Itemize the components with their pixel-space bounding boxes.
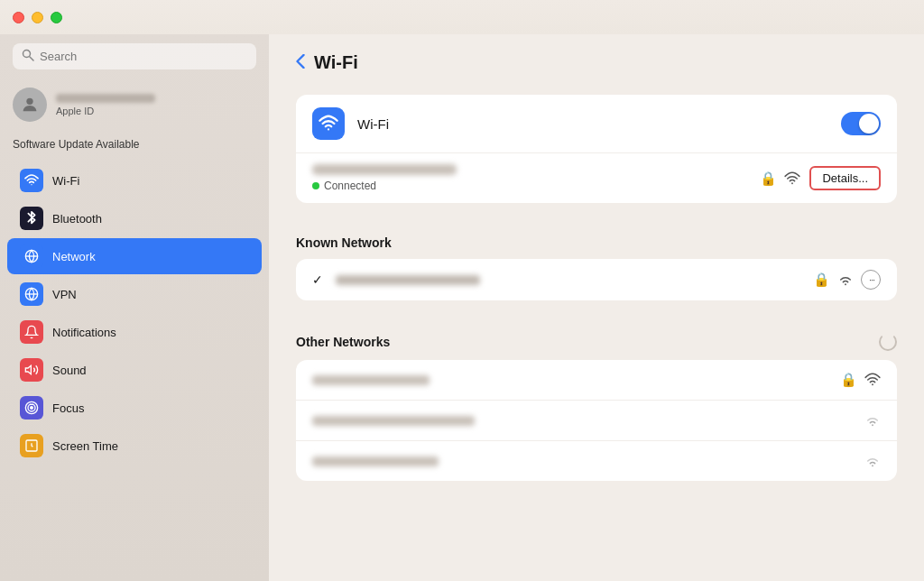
lock-icon: 🔒 — [760, 171, 777, 187]
close-button[interactable] — [13, 12, 24, 23]
other-network-row-2[interactable] — [296, 400, 897, 440]
traffic-lights — [13, 12, 62, 23]
page-header: Wi-Fi — [296, 52, 897, 73]
other-row-icons-2 — [864, 412, 881, 429]
sidebar-item-vpn[interactable]: VPN — [7, 276, 262, 312]
connected-row-icons: 🔒 — [760, 171, 800, 187]
other-networks-card: 🔒 — [296, 360, 897, 481]
screentime-icon — [20, 434, 43, 457]
svg-point-9 — [31, 407, 33, 410]
other-network-row-1[interactable]: 🔒 — [296, 360, 897, 400]
connected-network-name — [312, 164, 457, 175]
svg-marker-8 — [25, 365, 31, 374]
wifi-other-icon-2 — [864, 412, 881, 429]
wifi-other-icon-3 — [864, 453, 881, 469]
other-network-name-1 — [312, 375, 430, 385]
avatar — [13, 88, 47, 122]
notifications-icon — [20, 320, 43, 344]
svg-point-14 — [872, 383, 873, 385]
sidebar-notifications-label: Notifications — [52, 326, 116, 339]
wifi-main-label: Wi-Fi — [357, 116, 828, 132]
wifi-other-icon-1 — [864, 372, 881, 388]
connected-info: Connected — [312, 164, 751, 192]
svg-point-0 — [23, 51, 31, 58]
ellipsis-icon[interactable]: ··· — [861, 270, 881, 290]
sidebar-network-label: Network — [52, 250, 96, 263]
back-button[interactable] — [296, 54, 305, 71]
sidebar-sound-label: Sound — [52, 364, 87, 377]
sidebar-vpn-label: VPN — [52, 288, 77, 301]
svg-point-11 — [328, 128, 329, 130]
vpn-icon — [20, 282, 43, 306]
wifi-toggle[interactable] — [841, 112, 881, 135]
sidebar-item-screentime[interactable]: Screen Time — [7, 428, 262, 464]
known-row-icons: 🔒 ··· — [813, 270, 881, 290]
focus-icon — [20, 396, 43, 420]
known-network-card: ✓ 🔒 ··· — [296, 259, 897, 300]
bluetooth-icon — [20, 207, 43, 230]
other-network-name-3 — [312, 456, 439, 466]
sidebar-screentime-label: Screen Time — [52, 439, 118, 453]
wifi-large-icon — [312, 107, 345, 140]
sidebar: Apple ID Software Update Available Wi-Fi — [0, 34, 269, 581]
minimize-button[interactable] — [32, 12, 43, 23]
other-networks-header-row: Other Networks — [296, 318, 897, 360]
network-icon — [20, 244, 43, 268]
connected-status: Connected — [312, 180, 751, 192]
sidebar-item-bluetooth[interactable]: Bluetooth — [7, 200, 262, 236]
sidebar-wifi-label: Wi-Fi — [52, 174, 79, 188]
sidebar-focus-label: Focus — [52, 401, 84, 415]
details-button[interactable]: Details... — [809, 166, 881, 190]
other-networks-header: Other Networks — [296, 335, 390, 349]
apple-id-label: Apple ID — [56, 106, 155, 116]
search-icon — [22, 49, 34, 64]
loading-spinner — [879, 333, 897, 351]
wifi-known-icon — [837, 272, 854, 288]
checkmark-icon: ✓ — [312, 272, 327, 287]
sidebar-item-network[interactable]: Network — [7, 238, 262, 274]
search-bar[interactable] — [13, 43, 256, 69]
search-input[interactable] — [40, 50, 247, 63]
connected-label: Connected — [324, 180, 376, 192]
sidebar-item-notifications[interactable]: Notifications — [7, 314, 262, 350]
maximize-button[interactable] — [51, 12, 62, 23]
software-update-label: Software Update Available — [0, 134, 269, 161]
known-network-name-blurred — [336, 275, 480, 285]
connected-network-row: Connected 🔒 Details... — [296, 152, 897, 203]
main-content: Wi-Fi Wi-Fi — [269, 34, 924, 581]
sidebar-bluetooth-label: Bluetooth — [52, 212, 102, 226]
sidebar-item-focus[interactable]: Focus — [7, 390, 262, 426]
svg-point-16 — [872, 465, 873, 466]
lock-icon-1: 🔒 — [840, 372, 857, 388]
svg-point-12 — [792, 182, 794, 184]
connected-indicator — [312, 182, 319, 189]
svg-point-2 — [26, 98, 32, 105]
known-network-header: Known Network — [296, 221, 897, 259]
other-row-icons-1: 🔒 — [840, 372, 881, 388]
app-body: Apple ID Software Update Available Wi-Fi — [0, 34, 924, 581]
known-network-row[interactable]: ✓ 🔒 ··· — [296, 259, 897, 300]
user-name-blurred — [56, 94, 155, 103]
svg-point-3 — [31, 184, 32, 185]
other-row-icons-3 — [864, 453, 881, 469]
page-title: Wi-Fi — [314, 52, 358, 73]
lock-icon: 🔒 — [813, 272, 830, 288]
svg-point-15 — [872, 424, 873, 426]
other-network-name-2 — [312, 416, 475, 426]
apple-id-row[interactable]: Apple ID — [0, 82, 269, 134]
wifi-toggle-row: Wi-Fi — [296, 95, 897, 152]
sound-icon — [20, 358, 43, 382]
svg-line-1 — [30, 57, 33, 60]
wifi-signal-icon — [784, 171, 800, 187]
sidebar-item-sound[interactable]: Sound — [7, 352, 262, 388]
apple-id-info: Apple ID — [56, 94, 155, 116]
titlebar — [0, 0, 924, 34]
sidebar-item-wifi[interactable]: Wi-Fi — [7, 162, 262, 198]
wifi-card: Wi-Fi Connected 🔒 — [296, 95, 897, 203]
svg-point-13 — [845, 283, 846, 285]
wifi-icon — [20, 169, 43, 192]
other-network-row-3[interactable] — [296, 440, 897, 481]
